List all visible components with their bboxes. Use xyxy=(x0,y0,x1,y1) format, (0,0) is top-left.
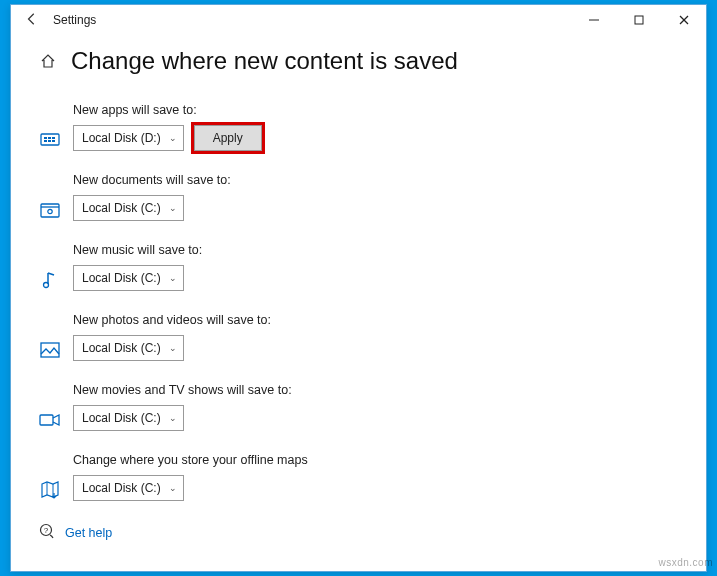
close-button[interactable] xyxy=(661,5,706,35)
setting-music: New music will save to: Local Disk (C:) … xyxy=(73,243,678,291)
apply-button[interactable]: Apply xyxy=(194,125,262,151)
svg-point-13 xyxy=(44,283,49,288)
svg-rect-4 xyxy=(41,134,59,145)
setting-photos-value: Local Disk (C:) xyxy=(82,341,161,355)
setting-documents-value: Local Disk (C:) xyxy=(82,201,161,215)
setting-apps-label: New apps will save to: xyxy=(73,103,678,117)
svg-rect-10 xyxy=(52,140,55,142)
minimize-button[interactable] xyxy=(571,5,616,35)
svg-text:?: ? xyxy=(44,526,49,535)
chevron-down-icon: ⌄ xyxy=(169,130,177,146)
content-area: Change where new content is saved New ap… xyxy=(11,35,706,563)
setting-documents-dropdown[interactable]: Local Disk (C:) ⌄ xyxy=(73,195,184,221)
setting-documents-label: New documents will save to: xyxy=(73,173,678,187)
chevron-down-icon: ⌄ xyxy=(169,270,177,286)
svg-rect-8 xyxy=(44,140,47,142)
svg-rect-15 xyxy=(40,415,53,425)
chevron-down-icon: ⌄ xyxy=(169,200,177,216)
svg-rect-5 xyxy=(44,137,47,139)
svg-rect-7 xyxy=(52,137,55,139)
maps-icon xyxy=(39,479,61,501)
setting-documents: New documents will save to: Local Disk (… xyxy=(73,173,678,221)
documents-icon xyxy=(39,199,61,221)
setting-movies: New movies and TV shows will save to: Lo… xyxy=(73,383,678,431)
chevron-down-icon: ⌄ xyxy=(169,480,177,496)
svg-rect-1 xyxy=(635,16,643,24)
music-icon xyxy=(39,269,61,291)
setting-music-label: New music will save to: xyxy=(73,243,678,257)
setting-photos-label: New photos and videos will save to: xyxy=(73,313,678,327)
setting-maps-dropdown[interactable]: Local Disk (C:) ⌄ xyxy=(73,475,184,501)
svg-point-12 xyxy=(48,209,52,213)
apps-icon xyxy=(39,129,61,151)
setting-apps-dropdown[interactable]: Local Disk (D:) ⌄ xyxy=(73,125,184,151)
setting-maps-value: Local Disk (C:) xyxy=(82,481,161,495)
setting-photos: New photos and videos will save to: Loca… xyxy=(73,313,678,361)
setting-movies-label: New movies and TV shows will save to: xyxy=(73,383,678,397)
setting-music-value: Local Disk (C:) xyxy=(82,271,161,285)
photos-icon xyxy=(39,339,61,361)
setting-maps: Change where you store your offline maps… xyxy=(73,453,678,501)
settings-window: Settings Change where new content is sav… xyxy=(10,4,707,572)
setting-photos-dropdown[interactable]: Local Disk (C:) ⌄ xyxy=(73,335,184,361)
svg-rect-9 xyxy=(48,140,51,142)
chevron-down-icon: ⌄ xyxy=(169,410,177,426)
help-icon: ? xyxy=(39,523,55,543)
home-icon[interactable] xyxy=(39,53,57,69)
setting-apps: New apps will save to: Local Disk (D:) ⌄… xyxy=(73,103,678,151)
watermark: wsxdn.com xyxy=(658,557,713,568)
chevron-down-icon: ⌄ xyxy=(169,340,177,356)
titlebar: Settings xyxy=(11,5,706,35)
page-title: Change where new content is saved xyxy=(71,47,458,75)
svg-rect-6 xyxy=(48,137,51,139)
maximize-button[interactable] xyxy=(616,5,661,35)
movies-icon xyxy=(39,409,61,431)
setting-music-dropdown[interactable]: Local Disk (C:) ⌄ xyxy=(73,265,184,291)
help-row: ? Get help xyxy=(39,523,678,543)
setting-apps-value: Local Disk (D:) xyxy=(82,131,161,145)
get-help-link[interactable]: Get help xyxy=(65,526,112,540)
back-button[interactable] xyxy=(11,12,53,29)
setting-movies-dropdown[interactable]: Local Disk (C:) ⌄ xyxy=(73,405,184,431)
app-title: Settings xyxy=(53,13,96,27)
setting-movies-value: Local Disk (C:) xyxy=(82,411,161,425)
svg-rect-11 xyxy=(41,204,59,217)
setting-maps-label: Change where you store your offline maps xyxy=(73,453,678,467)
